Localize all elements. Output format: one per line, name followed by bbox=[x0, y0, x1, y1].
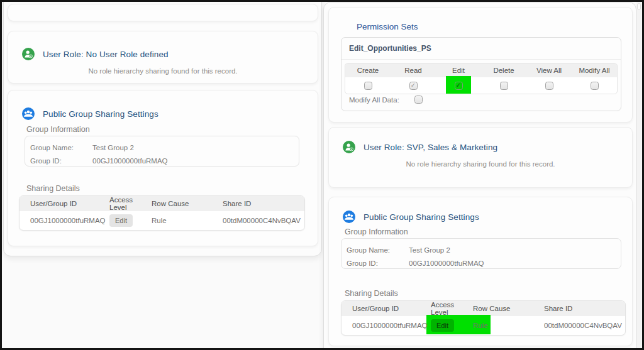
sharing-table-row: 00GJ1000000tfuRMAQ Edit Rule 00tdM00000C… bbox=[19, 211, 304, 230]
perm-checkbox-delete[interactable] bbox=[500, 82, 508, 90]
user-role-card-title: User Role: SVP, Sales & Marketing bbox=[364, 143, 497, 152]
col-share-id: Share ID bbox=[544, 305, 625, 312]
perm-checkbox-cell bbox=[391, 77, 436, 94]
sharing-details-heading: Sharing Details bbox=[26, 184, 80, 193]
scrollbar-thumb[interactable] bbox=[637, 3, 641, 10]
perm-column-label: Create bbox=[345, 67, 391, 74]
user-role-card: User Role: No User Role defined No role … bbox=[8, 31, 318, 84]
group-name-value: Test Group 2 bbox=[409, 246, 450, 254]
user-role-icon bbox=[343, 141, 355, 153]
user-group-id-cell: 00GJ1000000tfuRMAQ bbox=[19, 217, 109, 224]
truncated-card bbox=[8, 4, 318, 21]
perm-checkbox-cell bbox=[481, 77, 526, 94]
group-information-box: Group Name: Test Group 2 Group ID: 00GJ1… bbox=[25, 136, 299, 167]
sharing-table-header: User/Group ID Access Level Row Cause Sha… bbox=[341, 301, 625, 316]
share-id-cell: 00tdM00000C4NvBQAV bbox=[544, 322, 625, 329]
group-name-row: Group Name: Test Group 2 bbox=[30, 141, 299, 154]
group-information-heading: Group Information bbox=[345, 227, 408, 236]
user-group-id-cell: 00GJ1000000tfuRMAQ bbox=[341, 322, 431, 329]
col-row-cause: Row Cause bbox=[473, 305, 544, 312]
permission-sets-title: Permission Sets bbox=[357, 22, 418, 31]
group-id-label: Group ID: bbox=[30, 157, 92, 165]
sharing-details-table: User/Group ID Access Level Row Cause Sha… bbox=[19, 195, 305, 231]
perm-checkbox-modify-all[interactable] bbox=[591, 82, 599, 90]
perm-checkbox-view-all[interactable] bbox=[545, 82, 553, 90]
user-role-icon bbox=[22, 48, 35, 60]
divider bbox=[341, 59, 621, 60]
group-name-row: Group Name: Test Group 2 bbox=[347, 243, 621, 256]
user-role-card: User Role: SVP, Sales & Marketing No rol… bbox=[328, 127, 633, 188]
perm-column-label: Delete bbox=[481, 67, 526, 74]
perm-column-label: Read bbox=[391, 67, 436, 74]
public-group-sharing-card: Public Group Sharing Settings Group Info… bbox=[8, 90, 318, 246]
group-id-row: Group ID: 00GJ1000000tfuRMAQ bbox=[347, 256, 621, 270]
green-highlight-annotation bbox=[446, 76, 471, 94]
perm-column-label: Modify All bbox=[572, 67, 617, 74]
perm-checkbox-cell bbox=[345, 77, 391, 94]
col-access-level: Access Level bbox=[431, 301, 473, 316]
modify-all-data-row: Modify All Data: bbox=[349, 96, 423, 104]
no-role-sharing-message: No role hierarchy sharing found for this… bbox=[329, 160, 632, 168]
col-access-level: Access Level bbox=[109, 196, 152, 211]
sharing-table-header: User/Group ID Access Level Row Cause Sha… bbox=[19, 196, 304, 211]
left-results-panel: User Role: No User Role defined No role … bbox=[3, 0, 322, 256]
object-permissions-table: CreateReadEditDeleteView AllModify All bbox=[345, 63, 618, 94]
public-group-sharing-card: Public Group Sharing Settings Group Info… bbox=[328, 197, 633, 346]
col-user-group-id: User/Group ID bbox=[341, 305, 431, 312]
group-name-label: Group Name: bbox=[30, 144, 92, 151]
row-cause-cell: Rule bbox=[152, 217, 223, 224]
public-group-icon bbox=[22, 107, 35, 120]
public-group-card-title: Public Group Sharing Settings bbox=[364, 212, 479, 222]
perm-column-label: View All bbox=[526, 67, 572, 74]
vertical-scrollbar[interactable] bbox=[636, 2, 641, 348]
access-level-edit-button[interactable]: Edit bbox=[431, 319, 454, 332]
sharing-details-table: User/Group ID Access Level Row Cause Sha… bbox=[341, 300, 626, 336]
group-id-value: 00GJ1000000tfuRMAQ bbox=[92, 157, 168, 165]
sharing-table-row: 00GJ1000000tfuRMAQ Edit Rule 00tdM00000C… bbox=[341, 316, 625, 335]
perm-checkbox-cell bbox=[572, 77, 617, 94]
group-id-value: 00GJ1000000tfuRMAQ bbox=[409, 260, 484, 267]
public-group-icon bbox=[343, 211, 355, 223]
right-results-panel: Permission Sets Edit_Opportunities_PS Cr… bbox=[323, 2, 636, 350]
perm-checkbox-read[interactable] bbox=[409, 82, 418, 90]
group-name-label: Group Name: bbox=[347, 246, 409, 254]
col-row-cause: Row Cause bbox=[152, 200, 223, 207]
perm-column-label: Edit bbox=[436, 67, 481, 74]
object-permissions-header: CreateReadEditDeleteView AllModify All bbox=[345, 63, 617, 77]
group-id-row: Group ID: 00GJ1000000tfuRMAQ bbox=[30, 154, 299, 167]
object-permissions-checkbox-row bbox=[345, 77, 617, 94]
modify-all-data-checkbox[interactable] bbox=[414, 96, 423, 104]
user-role-card-title: User Role: No User Role defined bbox=[43, 50, 169, 59]
perm-checkbox-edit[interactable] bbox=[455, 82, 463, 90]
sharing-details-heading: Sharing Details bbox=[345, 289, 398, 298]
permission-set-name: Edit_Opportunities_PS bbox=[341, 38, 621, 53]
access-level-edit-button[interactable]: Edit bbox=[109, 214, 133, 227]
col-user-group-id: User/Group ID bbox=[19, 200, 109, 207]
group-name-value: Test Group 2 bbox=[92, 144, 134, 151]
share-id-cell: 00tdM00000C4NvBQAV bbox=[223, 217, 304, 224]
perm-checkbox-create[interactable] bbox=[364, 82, 372, 90]
perm-checkbox-cell bbox=[436, 77, 481, 94]
no-role-sharing-message: No role hierarchy sharing found for this… bbox=[8, 67, 318, 75]
group-information-box: Group Name: Test Group 2 Group ID: 00GJ1… bbox=[341, 238, 621, 269]
group-information-heading: Group Information bbox=[26, 125, 90, 134]
modify-all-data-label: Modify All Data: bbox=[349, 96, 399, 104]
perm-checkbox-cell bbox=[526, 77, 572, 94]
group-id-label: Group ID: bbox=[347, 260, 409, 267]
permission-set-box: Edit_Opportunities_PS CreateReadEditDele… bbox=[341, 37, 621, 111]
permission-sets-card: Permission Sets Edit_Opportunities_PS Cr… bbox=[328, 7, 633, 123]
col-share-id: Share ID bbox=[223, 200, 304, 207]
public-group-card-title: Public Group Sharing Settings bbox=[43, 109, 158, 119]
row-cause-cell: Rule bbox=[473, 322, 544, 329]
